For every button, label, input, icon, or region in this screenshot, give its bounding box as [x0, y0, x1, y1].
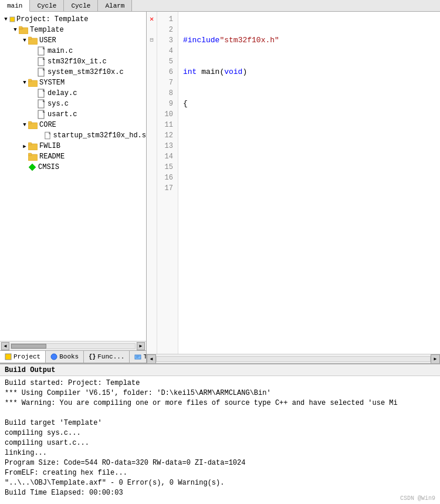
svg-rect-25 [28, 143, 32, 145]
file-delay-label: delay.c [48, 89, 77, 97]
tree-system-folder[interactable]: ▼ SYSTEM [0, 77, 146, 88]
build-line-5: Build target 'Template' [5, 418, 435, 428]
gutter-line-10 [147, 109, 157, 120]
gutter-line-2 [147, 25, 157, 35]
line-num-16: 16 [157, 172, 175, 183]
code-line-9 [183, 289, 435, 299]
tree-cmsis[interactable]: ▶ CMSIS [0, 162, 146, 172]
tree-user-folder[interactable]: ▼ USER [0, 35, 146, 46]
system-folder-label: SYSTEM [39, 79, 65, 87]
file-stm32it-label: stm32f10x_it.c [48, 57, 107, 66]
file-icon-startup [45, 131, 52, 140]
bottom-tab-books[interactable]: Books [46, 351, 84, 363]
build-output-panel: Build Output Build started: Project: Tem… [0, 363, 440, 504]
tree-hscroll[interactable]: ◀ ▶ [0, 341, 146, 350]
gutter-line-11 [147, 120, 157, 130]
scroll-track[interactable] [11, 343, 136, 349]
books-tab-icon [50, 353, 57, 360]
file-icon-main [38, 46, 46, 56]
expand-icon-fwlib: ▶ [21, 143, 28, 150]
bottom-tab-templates[interactable]: Temp... [130, 351, 147, 363]
code-line-10 [183, 320, 435, 331]
build-line-3: *** Warning: You are compiling one or mo… [5, 398, 435, 408]
file-main-label: main.c [48, 47, 73, 55]
user-folder-label: USER [39, 36, 56, 45]
tab-bar: main Cycle Cycle Alarm [0, 0, 440, 12]
line-num-12: 12 [157, 130, 175, 141]
svg-rect-29 [5, 354, 11, 360]
build-line-6: compiling sys.c... [5, 428, 435, 438]
build-line-12: Build Time Elapsed: 00:00:03 [5, 488, 435, 498]
main-area: ▼ Project: Template ▼ Template [0, 12, 440, 363]
tree-file-startup[interactable]: ▶ startup_stm32f10x_hd.s [0, 130, 146, 141]
gutter-line-9 [147, 99, 157, 109]
tree-readme[interactable]: ▶ README [0, 151, 146, 162]
tab-cycle2[interactable]: Cycle [64, 0, 98, 11]
core-folder-icon [28, 121, 38, 129]
gutter-line-3: ⊟ [147, 35, 157, 46]
line-num-3: 3 [157, 35, 175, 46]
editor-hscroll[interactable]: ◀ ▶ [147, 354, 440, 363]
code-line-3: { [183, 99, 435, 109]
gutter-line-14 [147, 151, 157, 162]
code-editor[interactable]: #include "stm32f10x.h" int main(void) { [178, 12, 440, 354]
scroll-right-btn[interactable]: ▶ [137, 342, 145, 350]
build-line-11: "..\..\OBJ\Template.axf" - 0 Error(s), 0… [5, 478, 435, 488]
bottom-tab-functions[interactable]: {} Func... [84, 351, 130, 363]
tree-fwlib-folder[interactable]: ▶ FWLIB [0, 141, 146, 151]
svg-marker-28 [29, 164, 36, 171]
error-marker-1: ✕ [150, 14, 154, 25]
build-line-1: Build started: Project: Template [5, 378, 435, 388]
scroll-thumb[interactable] [11, 344, 46, 349]
build-line-2: *** Using Compiler 'V6.15', folder: 'D:\… [5, 388, 435, 398]
bottom-tabs: Project Books {} Func... [0, 350, 146, 363]
code-line-7 [183, 225, 435, 236]
tab-alarm[interactable]: Alarm [98, 0, 132, 11]
gutter-line-15 [147, 162, 157, 172]
build-line-4 [5, 408, 435, 418]
svg-rect-0 [10, 17, 15, 22]
line-num-17: 17 [157, 183, 175, 194]
editor-scroll-left[interactable]: ◀ [147, 354, 156, 364]
file-system-label: system_stm32f10x.c [48, 68, 124, 76]
tree-root[interactable]: ▼ Project: Template [0, 14, 146, 25]
editor-hscroll-track[interactable] [156, 356, 431, 362]
tree-file-stm32it[interactable]: ▶ stm32f10x_it.c [0, 56, 146, 67]
watermark: CSDN @Win9 [400, 495, 435, 502]
tab-cycle1[interactable]: Cycle [30, 0, 64, 11]
fwlib-folder-label: FWLIB [39, 142, 60, 150]
cmsis-diamond-icon [28, 163, 36, 171]
svg-rect-3 [19, 26, 22, 29]
fwlib-folder-icon [28, 142, 38, 150]
left-panel: ▼ Project: Template ▼ Template [0, 12, 147, 363]
gutter-line-6 [147, 67, 157, 77]
build-output-content[interactable]: Build started: Project: Template *** Usi… [0, 376, 440, 504]
line-num-13: 13 [157, 141, 175, 151]
tree-file-sys[interactable]: ▶ sys.c [0, 99, 146, 109]
code-line-8 [183, 257, 435, 268]
gutter-line-7 [147, 77, 157, 88]
editor-area[interactable]: ✕ ⊟ [147, 12, 440, 354]
template-folder-icon [19, 26, 28, 34]
project-tree[interactable]: ▼ Project: Template ▼ Template [0, 12, 146, 341]
tab-main[interactable]: main [0, 0, 30, 12]
code-line-6 [183, 194, 435, 204]
scroll-left-btn[interactable]: ◀ [1, 342, 9, 350]
system-folder-icon [28, 79, 38, 87]
tree-file-usart[interactable]: ▶ usart.c [0, 109, 146, 120]
tree-core-folder[interactable]: ▼ CORE [0, 120, 146, 130]
line-num-10: 10 [157, 109, 175, 120]
line-num-14: 14 [157, 151, 175, 162]
line-num-2: 2 [157, 25, 175, 35]
editor-scroll-right[interactable]: ▶ [431, 354, 440, 364]
bottom-tab-project[interactable]: Project [0, 351, 46, 363]
line-num-1: 1 [157, 14, 175, 25]
tree-file-system[interactable]: ▶ system_stm32f10x.c [0, 67, 146, 77]
tree-template[interactable]: ▼ Template [0, 25, 146, 35]
user-folder-icon [28, 36, 38, 45]
file-sys-label: sys.c [48, 100, 69, 108]
tree-file-delay[interactable]: ▶ delay.c [0, 88, 146, 99]
tree-file-main[interactable]: ▶ main.c [0, 46, 146, 56]
line-num-5: 5 [157, 56, 175, 67]
svg-rect-5 [28, 37, 32, 39]
